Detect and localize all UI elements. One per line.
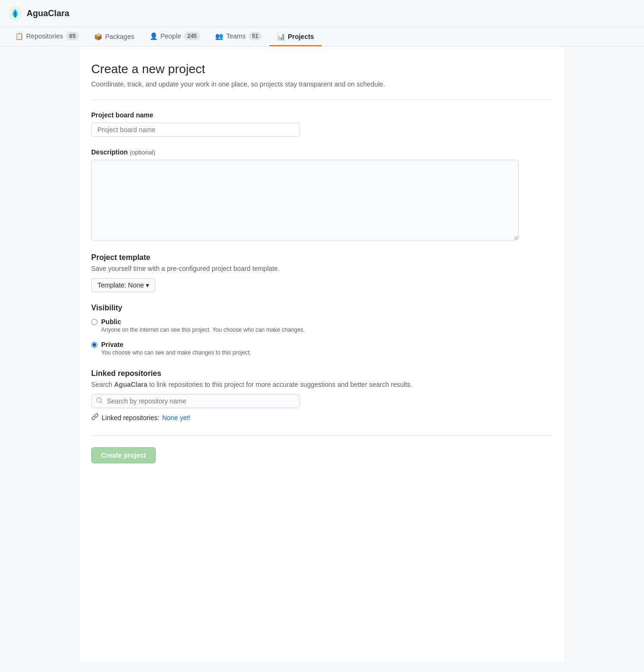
linked-repos-section: Linked repositories Search AguaClara to … xyxy=(91,369,553,422)
repo-icon: 📋 xyxy=(15,32,23,40)
description-group: Description (optional) xyxy=(91,148,553,242)
tab-teams[interactable]: 👥 Teams 51 xyxy=(208,27,269,46)
people-icon: 👤 xyxy=(150,32,158,40)
tab-projects-label: Projects xyxy=(288,33,314,40)
bottom-divider xyxy=(91,435,553,436)
visibility-title: Visibility xyxy=(91,304,553,312)
tab-packages[interactable]: 📦 Packages xyxy=(86,28,142,46)
description-textarea[interactable] xyxy=(91,160,519,240)
project-template-group: Project template Save yourself time with… xyxy=(91,253,553,292)
visibility-private-label: Private xyxy=(101,341,251,348)
visibility-radio-group: Public Anyone on the internet can see th… xyxy=(91,318,553,356)
tab-people-badge: 245 xyxy=(184,32,200,40)
search-icon xyxy=(96,397,103,405)
template-button-label: Template: None xyxy=(97,281,144,289)
tab-people[interactable]: 👤 People 245 xyxy=(142,27,208,46)
tab-teams-label: Teams xyxy=(226,32,246,40)
visibility-public-text: Public Anyone on the internet can see th… xyxy=(101,318,305,333)
linked-repos-none-label: None yet! xyxy=(162,414,190,422)
visibility-public-radio[interactable] xyxy=(91,319,97,325)
tab-projects[interactable]: 📊 Projects xyxy=(269,28,322,46)
visibility-private-option[interactable]: Private You choose who can see and make … xyxy=(91,341,553,356)
visibility-private-radio[interactable] xyxy=(91,342,97,348)
teams-icon: 👥 xyxy=(215,32,223,40)
visibility-section: Visibility Public Anyone on the internet… xyxy=(91,304,553,356)
tab-teams-badge: 51 xyxy=(249,32,262,40)
org-logo xyxy=(8,6,23,21)
project-board-name-input[interactable] xyxy=(91,123,300,137)
search-repo-input[interactable] xyxy=(91,394,300,408)
link-icon xyxy=(91,413,99,422)
nav-tabs: 📋 Repositories 65 📦 Packages 👤 People 24… xyxy=(0,27,644,47)
tab-repositories-badge: 65 xyxy=(66,32,79,40)
description-optional-label: (optional) xyxy=(130,149,155,156)
header: AguaClara xyxy=(0,0,644,27)
create-button-label: Create project xyxy=(101,451,146,459)
linked-repos-info: Linked repositories: None yet! xyxy=(91,413,553,422)
title-divider xyxy=(91,99,553,100)
linked-repos-status-label: Linked repositories: xyxy=(102,414,159,422)
search-input-wrapper xyxy=(91,394,300,408)
project-board-name-label: Project board name xyxy=(91,111,553,119)
visibility-public-option[interactable]: Public Anyone on the internet can see th… xyxy=(91,318,553,333)
visibility-private-desc: You choose who can see and make changes … xyxy=(101,349,251,356)
project-template-title: Project template xyxy=(91,253,553,262)
project-template-desc: Save yourself time with a pre-configured… xyxy=(91,265,553,272)
tab-repositories-label: Repositories xyxy=(26,32,63,40)
visibility-public-desc: Anyone on the internet can see this proj… xyxy=(101,326,305,333)
project-board-name-group: Project board name xyxy=(91,111,553,137)
create-project-button[interactable]: Create project xyxy=(91,447,156,463)
template-dropdown-button[interactable]: Template: None ▾ xyxy=(91,278,155,292)
tab-repositories[interactable]: 📋 Repositories 65 xyxy=(8,27,86,46)
package-icon: 📦 xyxy=(94,33,102,40)
description-label: Description (optional) xyxy=(91,148,553,156)
org-name: AguaClara xyxy=(27,9,69,19)
linked-repos-title: Linked repositories xyxy=(91,369,553,378)
projects-icon: 📊 xyxy=(277,33,285,40)
visibility-private-text: Private You choose who can see and make … xyxy=(101,341,251,356)
linked-repos-desc: Search AguaClara to link repositories to… xyxy=(91,381,553,388)
tab-people-label: People xyxy=(161,32,181,40)
page-subtitle: Coordinate, track, and update your work … xyxy=(91,80,553,88)
page-title: Create a new project xyxy=(91,62,553,77)
linked-repos-org-name: AguaClara xyxy=(114,381,147,388)
tab-packages-label: Packages xyxy=(105,33,134,40)
main-content: Create a new project Coordinate, track, … xyxy=(80,47,564,662)
chevron-down-icon: ▾ xyxy=(146,281,149,289)
visibility-public-label: Public xyxy=(101,318,305,326)
